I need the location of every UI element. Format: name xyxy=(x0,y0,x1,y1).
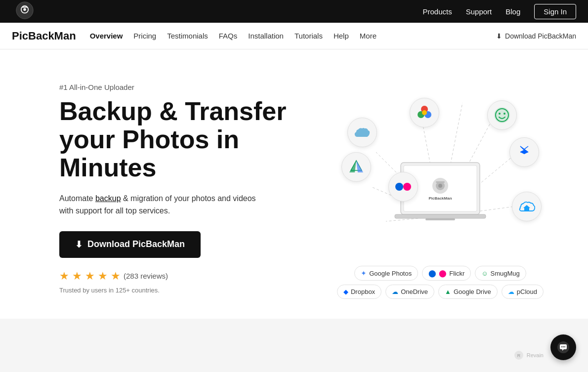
svg-point-27 xyxy=(494,107,510,123)
svg-rect-19 xyxy=(395,214,486,218)
desc-highlight: backup xyxy=(95,194,121,203)
sec-nav-links: Overview Pricing Testimonials FAQs Insta… xyxy=(90,32,496,40)
top-navbar: Products Support Blog Sign In xyxy=(0,0,588,23)
svg-text:PicBackMan: PicBackMan xyxy=(428,196,452,201)
site-logo xyxy=(16,1,34,21)
hero-section: #1 All-in-One Uploader Backup & Transfer… xyxy=(0,49,588,319)
service-icon-dropbox xyxy=(509,137,539,167)
services-graphic: PicBackMan xyxy=(336,73,544,271)
svg-point-16 xyxy=(438,184,442,188)
top-nav-products[interactable]: Products xyxy=(423,7,452,16)
svg-rect-20 xyxy=(425,218,455,220)
onedrive-icon: ☁ xyxy=(392,288,398,295)
nav-more[interactable]: More xyxy=(360,32,377,40)
service-icon-google-drive xyxy=(341,152,371,182)
nav-tutorials[interactable]: Tutorials xyxy=(294,32,323,40)
nav-pricing[interactable]: Pricing xyxy=(133,32,156,40)
hero-tagline: #1 All-in-One Uploader xyxy=(59,83,306,91)
hero-title: Backup & Transfer your Photos in Minutes xyxy=(59,97,306,182)
svg-rect-3 xyxy=(22,7,28,8)
svg-rect-17 xyxy=(436,181,445,183)
svg-point-39 xyxy=(561,346,562,347)
service-badges: ✦ Google Photos ⬤ ⬤ Flickr ☺ SmugMug ◆ D… xyxy=(336,266,544,299)
hero-left: #1 All-in-One Uploader Backup & Transfer… xyxy=(59,73,306,294)
google-drive-icon: ▲ xyxy=(445,288,451,295)
download-button[interactable]: ⬇ Download PicBackMan xyxy=(59,231,201,258)
nav-faqs[interactable]: FAQs xyxy=(219,32,238,40)
top-nav-support[interactable]: Support xyxy=(466,7,492,16)
download-link-label: Download PicBackMan xyxy=(505,32,576,40)
svg-point-21 xyxy=(395,183,403,191)
nav-installation[interactable]: Installation xyxy=(248,32,284,40)
nav-download-link[interactable]: ⬇ Download PicBackMan xyxy=(496,32,576,40)
svg-point-41 xyxy=(564,346,565,347)
service-icon-cloud xyxy=(347,118,377,147)
reviews-count: (283 reviews) xyxy=(124,272,168,280)
badge-pcloud: ☁ pCloud xyxy=(502,285,544,299)
svg-point-40 xyxy=(563,346,564,347)
service-icon-pcloud xyxy=(512,192,542,221)
svg-point-2 xyxy=(23,8,26,11)
svg-point-29 xyxy=(499,113,501,115)
dropbox-label: Dropbox xyxy=(351,288,375,295)
chat-widget[interactable] xyxy=(550,334,576,360)
sign-in-button[interactable]: Sign In xyxy=(534,4,576,19)
service-icon-flickr xyxy=(388,172,418,202)
star-4: ★ xyxy=(98,270,108,283)
badge-onedrive: ☁ OneDrive xyxy=(385,285,434,299)
pcloud-label: pCloud xyxy=(517,288,537,295)
badge-google-drive: ▲ Google Drive xyxy=(438,285,498,299)
brand-logo[interactable]: PicBackMan xyxy=(12,30,76,42)
download-btn-label: Download PicBackMan xyxy=(87,239,185,249)
google-drive-label: Google Drive xyxy=(454,288,491,295)
top-nav-blog[interactable]: Blog xyxy=(505,7,520,16)
svg-point-30 xyxy=(504,113,505,115)
bottom-section xyxy=(0,319,588,372)
svg-point-26 xyxy=(422,110,427,115)
star-2: ★ xyxy=(72,270,82,283)
star-3: ★ xyxy=(85,270,95,283)
stars-row: ★ ★ ★ ★ ★ (283 reviews) xyxy=(59,270,306,283)
secondary-navbar: PicBackMan Overview Pricing Testimonials… xyxy=(0,23,588,49)
revain-label: Revain xyxy=(527,352,544,358)
download-icon: ⬇ xyxy=(496,32,502,40)
nav-help[interactable]: Help xyxy=(334,32,349,40)
hero-description: Automate backup & migration of your phot… xyxy=(59,192,267,217)
service-icon-google-photos xyxy=(410,98,439,127)
nav-overview[interactable]: Overview xyxy=(90,32,123,40)
star-5: ★ xyxy=(111,270,121,283)
trusted-text: Trusted by users in 125+ countries. xyxy=(59,287,306,294)
onedrive-label: OneDrive xyxy=(401,288,428,295)
hero-right: PicBackMan xyxy=(316,73,564,299)
service-icon-smugmug xyxy=(487,100,517,130)
nav-testimonials[interactable]: Testimonials xyxy=(167,32,208,40)
dropbox-icon: ◆ xyxy=(343,288,348,295)
badge-dropbox: ◆ Dropbox xyxy=(337,285,381,299)
pcloud-icon: ☁ xyxy=(508,288,514,295)
svg-text:R: R xyxy=(517,353,521,358)
svg-marker-33 xyxy=(520,150,528,154)
revain-badge: R Revain xyxy=(514,350,544,360)
svg-point-22 xyxy=(403,183,411,191)
desc-text-1: Automate xyxy=(59,194,95,203)
download-btn-icon: ⬇ xyxy=(75,239,83,250)
star-1: ★ xyxy=(59,270,69,283)
